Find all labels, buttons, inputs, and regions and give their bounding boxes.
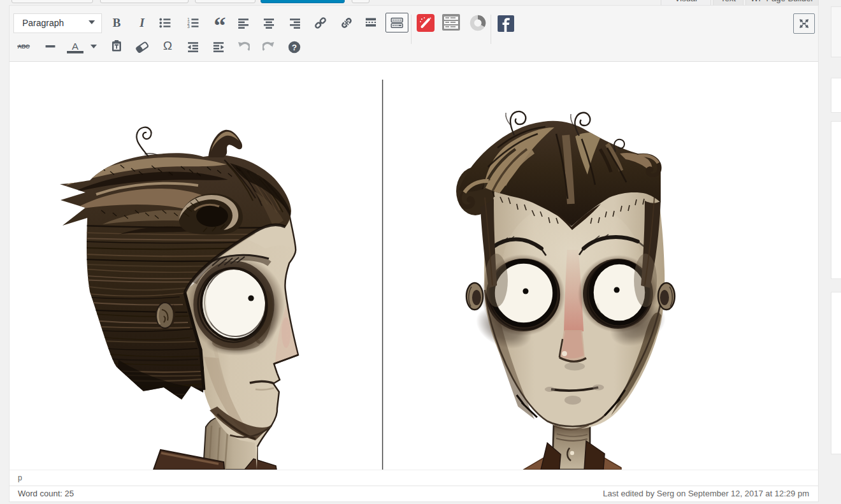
svg-text:3: 3 <box>187 24 190 29</box>
svg-text:?: ? <box>292 43 297 52</box>
svg-text:“: “ <box>214 17 226 32</box>
svg-text:I: I <box>139 17 145 29</box>
svg-text:Ω: Ω <box>163 40 172 52</box>
svg-text:B: B <box>113 17 121 29</box>
svg-text:A: A <box>72 41 79 52</box>
